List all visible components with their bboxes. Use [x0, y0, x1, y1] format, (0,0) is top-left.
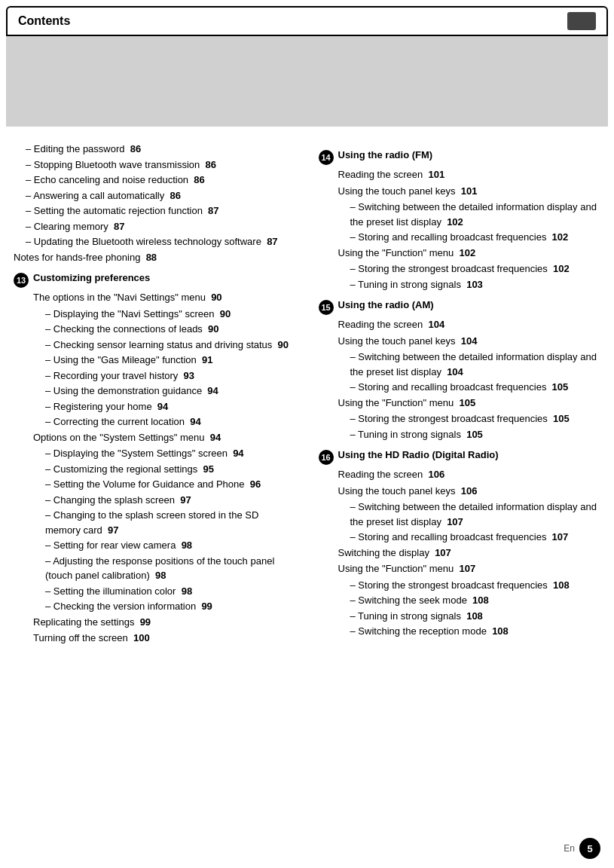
sub-item: – Tuning in strong signals 105 [338, 427, 601, 442]
header: Contents [6, 6, 608, 36]
sub-item: – Switching between the detailed informa… [338, 500, 601, 529]
sub-item: – Storing and recalling broadcast freque… [338, 380, 601, 395]
system-label: Options on the "System Settings" menu 94 [33, 430, 296, 445]
page-number: 5 [579, 838, 600, 859]
sub-item: – Switching between the detailed informa… [338, 200, 601, 229]
ch16-switching-display: Switching the display 107 [338, 546, 601, 561]
sub-item: – Editing the password 86 [14, 142, 296, 157]
chapter15-body: Reading the screen 104 Using the touch p… [338, 317, 601, 442]
navi-label: The options in the "Navi Settings" menu … [33, 290, 296, 305]
chapter14-title: Using the radio (FM) [338, 149, 433, 160]
ch14-touch: Using the touch panel keys 101 [338, 184, 601, 199]
sub-item: – Correcting the current location 94 [33, 414, 296, 429]
notes-page: 88 [146, 252, 157, 263]
page-number-area: En 5 [564, 838, 600, 859]
ch16-reading: Reading the screen 106 [338, 467, 601, 482]
chapter14-heading: 14 Using the radio (FM) [319, 149, 601, 165]
ch14-sub-items: – Switching between the detailed informa… [338, 200, 601, 245]
right-column: 14 Using the radio (FM) Reading the scre… [311, 142, 601, 647]
chapter14-circle: 14 [319, 150, 334, 165]
sub-item: – Changing to the splash screen stored i… [33, 508, 296, 537]
chapter13-title: Customizing preferences [33, 272, 150, 283]
main-content: – Editing the password 86– Stopping Blue… [6, 142, 608, 647]
sub-item: – Storing the strongest broadcast freque… [338, 261, 601, 277]
chapter16-circle: 16 [319, 450, 334, 465]
ch15-function-items: – Storing the strongest broadcast freque… [338, 411, 601, 442]
sub-item: – Displaying the "System Settings" scree… [33, 446, 296, 461]
header-box [567, 12, 596, 30]
ch14-function: Using the "Function" menu 102 [338, 246, 601, 261]
sub-item: – Updating the Bluetooth wireless techno… [14, 234, 296, 249]
en-label: En [564, 843, 575, 854]
notes-item: Notes for hands-free phoning 88 [14, 250, 296, 265]
ch15-touch: Using the touch panel keys 104 [338, 334, 601, 349]
sub-item: – Echo canceling and noise reduction 86 [14, 173, 296, 188]
sub-item: – Storing the strongest broadcast freque… [338, 411, 601, 426]
sub-item: – Tuning in strong signals 108 [338, 609, 601, 624]
gray-area [6, 36, 608, 127]
sub-item: – Stopping Bluetooth wave transmission 8… [14, 157, 296, 173]
sub-item: – Checking the connections of leads 90 [33, 322, 296, 337]
sub-item: – Tuning in strong signals 103 [338, 277, 601, 292]
chapter16-title: Using the HD Radio (Digital Radio) [338, 449, 499, 460]
sub-item: – Using the "Gas Mileage" function 91 [33, 353, 296, 368]
sub-item: – Switching between the detailed informa… [338, 350, 601, 379]
sub-item: – Recording your travel history 93 [33, 368, 296, 384]
sub-item: – Displaying the "Navi Settings" screen … [33, 307, 296, 322]
ch15-function: Using the "Function" menu 105 [338, 396, 601, 411]
chapter13-heading: 13 Customizing preferences [14, 272, 296, 288]
sub-item: – Clearing memory 87 [14, 219, 296, 234]
sub-item: – Checking sensor learning status and dr… [33, 338, 296, 353]
sub-item: – Changing the splash screen 97 [33, 493, 296, 508]
turning-off-item: Turning off the screen 100 [33, 631, 296, 646]
sub-item: – Switching the reception mode 108 [338, 624, 601, 639]
sub-item: – Storing and recalling broadcast freque… [338, 230, 601, 245]
sub-item: – Setting the illumination color 98 [33, 584, 296, 599]
ch16-sub-items: – Switching between the detailed informa… [338, 500, 601, 545]
chapter15-title: Using the radio (AM) [338, 299, 434, 310]
chapter14-body: Reading the screen 101 Using the touch p… [338, 167, 601, 292]
sub-item: – Registering your home 94 [33, 399, 296, 414]
header-title: Contents [18, 14, 70, 28]
sub-item: – Using the demonstration guidance 94 [33, 384, 296, 399]
intro-items: – Editing the password 86– Stopping Blue… [14, 142, 296, 249]
system-items: – Displaying the "System Settings" scree… [33, 446, 296, 614]
sub-item: – Storing and recalling broadcast freque… [338, 530, 601, 545]
sub-item: – Adjusting the response positions of th… [33, 554, 296, 583]
sub-item: – Setting the Volume for Guidance and Ph… [33, 477, 296, 492]
notes-text: Notes for hands-free phoning [14, 252, 140, 263]
ch16-touch: Using the touch panel keys 106 [338, 484, 601, 499]
chapter15-heading: 15 Using the radio (AM) [319, 299, 601, 315]
ch15-reading: Reading the screen 104 [338, 317, 601, 332]
sub-item: – Answering a call automatically 86 [14, 188, 296, 203]
chapter15-circle: 15 [319, 300, 334, 315]
chapter16-heading: 16 Using the HD Radio (Digital Radio) [319, 449, 601, 465]
sub-item: – Storing the strongest broadcast freque… [338, 578, 601, 593]
ch16-function-items: – Storing the strongest broadcast freque… [338, 578, 601, 639]
ch14-function-items: – Storing the strongest broadcast freque… [338, 261, 601, 292]
chapter16-body: Reading the screen 106 Using the touch p… [338, 467, 601, 639]
sub-item: – Switching the seek mode 108 [338, 593, 601, 608]
chapter13-circle: 13 [14, 273, 29, 288]
sub-item: – Customizing the regional settings 95 [33, 462, 296, 477]
left-column: – Editing the password 86– Stopping Blue… [14, 142, 311, 647]
ch14-reading: Reading the screen 101 [338, 167, 601, 182]
ch15-sub-items: – Switching between the detailed informa… [338, 350, 601, 395]
chapter13-body: The options in the "Navi Settings" menu … [33, 290, 296, 646]
navi-items: – Displaying the "Navi Settings" screen … [33, 307, 296, 429]
ch16-function: Using the "Function" menu 107 [338, 561, 601, 576]
sub-item: – Setting the automatic rejection functi… [14, 203, 296, 219]
sub-item: – Checking the version information 99 [33, 599, 296, 614]
replicating-item: Replicating the settings 99 [33, 615, 296, 630]
sub-item: – Setting for rear view camera 98 [33, 538, 296, 553]
